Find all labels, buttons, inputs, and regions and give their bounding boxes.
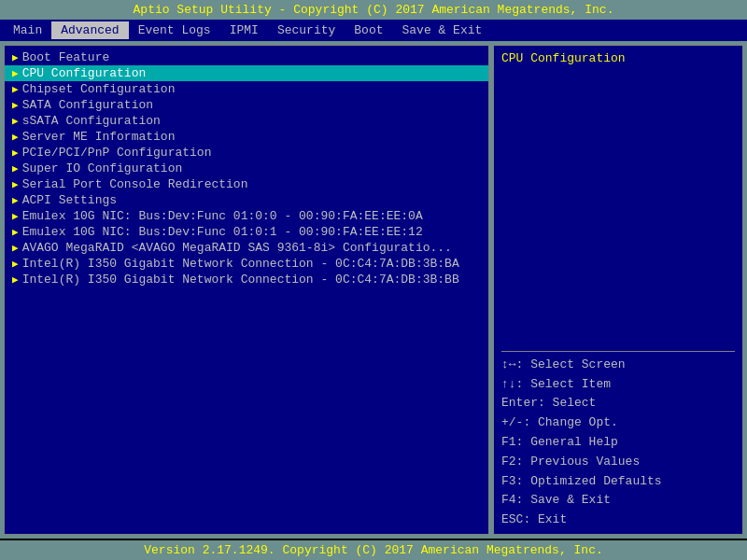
menu-item-label: Emulex 10G NIC: Bus:Dev:Func 01:0:1 - 00… xyxy=(22,225,423,239)
menu-item-label: SATA Configuration xyxy=(22,98,153,112)
menu-item[interactable]: ▶Intel(R) I350 Gigabit Network Connectio… xyxy=(5,272,488,287)
nav-item-save-&-exit[interactable]: Save & Exit xyxy=(393,21,492,39)
main-area: ▶Boot Feature▶CPU Configuration▶Chipset … xyxy=(0,41,747,539)
arrow-icon: ▶ xyxy=(12,131,19,143)
menu-item-label: Super IO Configuration xyxy=(22,161,183,175)
menu-item[interactable]: ▶CPU Configuration xyxy=(5,65,488,81)
menu-item-label: Server ME Information xyxy=(22,130,176,144)
menu-item[interactable]: ▶Super IO Configuration xyxy=(5,161,488,176)
key-hint: Enter: Select xyxy=(501,394,735,413)
arrow-icon: ▶ xyxy=(12,67,19,79)
right-divider xyxy=(501,351,735,352)
arrow-icon: ▶ xyxy=(12,115,19,127)
menu-item-label: ACPI Settings xyxy=(22,193,117,207)
menu-item-label: Intel(R) I350 Gigabit Network Connection… xyxy=(22,257,459,271)
key-hint: F2: Previous Values xyxy=(501,453,735,472)
menu-item[interactable]: ▶Boot Feature xyxy=(5,49,488,65)
menu-item-label: Emulex 10G NIC: Bus:Dev:Func 01:0:0 - 00… xyxy=(22,209,423,223)
arrow-icon: ▶ xyxy=(12,99,19,111)
menu-item-label: CPU Configuration xyxy=(22,66,147,80)
arrow-icon: ▶ xyxy=(12,162,19,175)
key-hint: F3: Optimized Defaults xyxy=(501,472,735,492)
nav-item-security[interactable]: Security xyxy=(268,21,345,39)
key-hint: ↑↓: Select Item xyxy=(501,375,735,395)
arrow-icon: ▶ xyxy=(12,210,19,222)
menu-item[interactable]: ▶Emulex 10G NIC: Bus:Dev:Func 01:0:1 - 0… xyxy=(5,224,488,240)
key-hint: ↕↔: Select Screen xyxy=(501,356,735,375)
menu-item-label: sSATA Configuration xyxy=(22,114,161,128)
menu-item-label: Chipset Configuration xyxy=(22,82,176,96)
left-panel: ▶Boot Feature▶CPU Configuration▶Chipset … xyxy=(4,45,489,535)
menu-item[interactable]: ▶Chipset Configuration xyxy=(5,81,488,97)
menu-item-label: PCIe/PCI/PnP Configuration xyxy=(22,146,212,160)
right-panel: CPU Configuration ↕↔: Select Screen↑↓: S… xyxy=(493,45,743,535)
menu-item[interactable]: ▶sSATA Configuration xyxy=(5,113,488,129)
menu-item[interactable]: ▶SATA Configuration xyxy=(5,97,488,113)
title-bar: Aptio Setup Utility - Copyright (C) 2017… xyxy=(0,0,747,20)
key-hint: F1: General Help xyxy=(501,433,735,453)
menu-item[interactable]: ▶Emulex 10G NIC: Bus:Dev:Func 01:0:0 - 0… xyxy=(5,208,488,224)
menu-item-label: Serial Port Console Redirection xyxy=(22,177,248,191)
menu-item-label: AVAGO MegaRAID <AVAGO MegaRAID SAS 9361-… xyxy=(22,241,452,255)
menu-item[interactable]: ▶Serial Port Console Redirection xyxy=(5,176,488,192)
arrow-icon: ▶ xyxy=(12,226,19,238)
menu-item[interactable]: ▶PCIe/PCI/PnP Configuration xyxy=(5,145,488,161)
arrow-icon: ▶ xyxy=(12,178,19,190)
key-hint: +/-: Change Opt. xyxy=(501,413,735,433)
arrow-icon: ▶ xyxy=(12,273,19,286)
key-hint: ESC: Exit xyxy=(501,511,735,530)
nav-item-advanced[interactable]: Advanced xyxy=(51,21,128,39)
arrow-icon: ▶ xyxy=(12,147,19,159)
arrow-icon: ▶ xyxy=(12,83,19,95)
arrow-icon: ▶ xyxy=(12,194,19,206)
menu-item[interactable]: ▶Server ME Information xyxy=(5,129,488,145)
arrow-icon: ▶ xyxy=(12,258,19,270)
menu-item-label: Intel(R) I350 Gigabit Network Connection… xyxy=(22,273,459,287)
arrow-icon: ▶ xyxy=(12,51,19,63)
nav-item-ipmi[interactable]: IPMI xyxy=(220,21,268,39)
nav-bar: MainAdvancedEvent LogsIPMISecurityBootSa… xyxy=(0,20,747,41)
right-description: CPU Configuration xyxy=(501,49,735,73)
menu-item[interactable]: ▶AVAGO MegaRAID <AVAGO MegaRAID SAS 9361… xyxy=(5,240,488,256)
nav-item-main[interactable]: Main xyxy=(4,21,51,39)
menu-item[interactable]: ▶ACPI Settings xyxy=(5,192,488,208)
nav-item-boot[interactable]: Boot xyxy=(345,21,392,39)
footer: Version 2.17.1249. Copyright (C) 2017 Am… xyxy=(0,539,747,560)
nav-item-event-logs[interactable]: Event Logs xyxy=(129,21,220,39)
menu-item[interactable]: ▶Intel(R) I350 Gigabit Network Connectio… xyxy=(5,256,488,272)
key-hint: F4: Save & Exit xyxy=(501,491,735,511)
title-text: Aptio Setup Utility - Copyright (C) 2017… xyxy=(134,3,614,17)
footer-text: Version 2.17.1249. Copyright (C) 2017 Am… xyxy=(144,543,602,557)
arrow-icon: ▶ xyxy=(12,242,19,254)
menu-item-label: Boot Feature xyxy=(22,50,110,64)
right-keys: ↕↔: Select Screen↑↓: Select ItemEnter: S… xyxy=(501,356,735,530)
